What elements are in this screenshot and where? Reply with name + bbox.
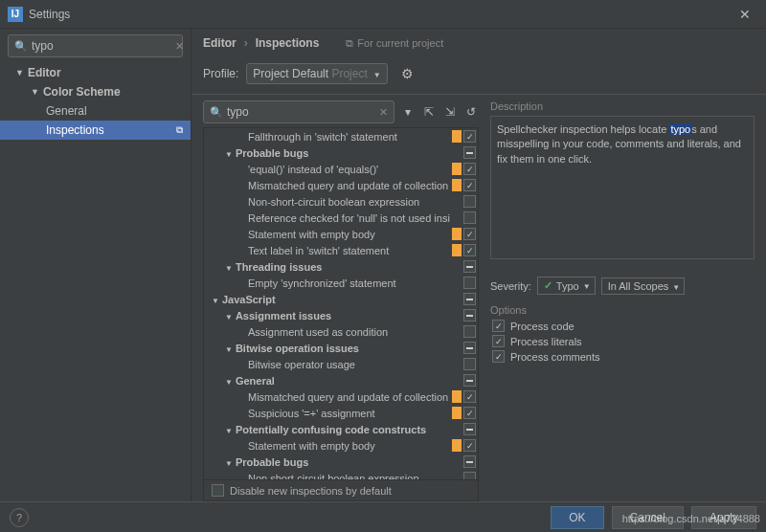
severity-indicator	[452, 179, 462, 191]
tree-row[interactable]: Suspicious '=+' assignment	[204, 405, 478, 421]
cancel-button[interactable]: Cancel	[612, 506, 684, 529]
option-row[interactable]: Process comments	[490, 350, 755, 363]
checkbox[interactable]	[463, 342, 476, 354]
sidebar-item-editor[interactable]: ▼Editor	[0, 63, 191, 82]
tree-row[interactable]: ▼Bitwise operation issues	[204, 340, 478, 356]
help-button[interactable]: ?	[10, 508, 29, 527]
severity-indicator	[452, 407, 462, 419]
check-icon: ✓	[544, 279, 552, 292]
tree-row[interactable]: ▼Probable bugs	[204, 144, 478, 161]
chevron-down-icon: ▼	[212, 297, 219, 305]
search-icon: 🔍	[210, 106, 223, 119]
tree-row[interactable]: Text label in 'switch' statement	[204, 242, 478, 258]
inspections-tree[interactable]: Fallthrough in 'switch' statement▼Probab…	[203, 127, 479, 480]
option-row[interactable]: Process code	[490, 320, 755, 332]
severity-indicator	[452, 228, 462, 240]
collapse-all-icon[interactable]: ⇲	[442, 104, 458, 120]
expand-all-icon[interactable]: ⇱	[421, 104, 437, 120]
checkbox[interactable]	[463, 407, 476, 419]
checkbox[interactable]	[463, 163, 476, 175]
checkbox[interactable]	[463, 325, 476, 338]
tree-row[interactable]: Empty 'synchronized' statement	[204, 275, 478, 291]
checkbox[interactable]	[463, 179, 476, 191]
chevron-right-icon: ›	[244, 36, 248, 50]
checkbox[interactable]	[463, 228, 476, 240]
severity-indicator	[452, 325, 462, 338]
apply-button[interactable]: Apply	[691, 506, 756, 529]
tree-row[interactable]: Assignment used as condition	[204, 323, 478, 340]
sidebar-search[interactable]: 🔍 ✕	[8, 34, 183, 57]
severity-indicator	[452, 146, 462, 159]
severity-indicator	[452, 374, 462, 387]
checkbox[interactable]	[463, 277, 476, 289]
severity-indicator	[452, 342, 462, 354]
chevron-down-icon: ▼	[225, 313, 233, 321]
tree-row[interactable]: Reference checked for 'null' is not used…	[204, 210, 478, 226]
options-header: Options	[490, 304, 755, 316]
checkbox[interactable]	[463, 358, 476, 370]
tree-row[interactable]: ▼JavaScript	[204, 291, 478, 307]
tree-row[interactable]: Bitwise operator usage	[204, 356, 478, 372]
sidebar-item-general[interactable]: General	[0, 101, 191, 121]
severity-indicator	[452, 455, 462, 468]
severity-indicator	[452, 277, 462, 289]
checkbox[interactable]	[463, 146, 476, 159]
close-icon[interactable]: ✕	[732, 3, 758, 26]
clear-search-icon[interactable]: ✕	[175, 40, 184, 53]
breadcrumb-root: Editor	[203, 36, 237, 50]
project-scope-icon: ⧉	[346, 37, 353, 50]
inspections-search-input[interactable]	[227, 105, 379, 119]
severity-indicator	[452, 423, 462, 435]
tree-row[interactable]: ▼Assignment issues	[204, 307, 478, 323]
checkbox[interactable]	[463, 374, 476, 387]
gear-icon[interactable]: ⚙	[401, 66, 414, 81]
tree-row[interactable]: ▼Probable bugs	[204, 454, 478, 470]
checkbox[interactable]	[463, 293, 476, 305]
profile-row: Profile: Project Default Project ▼ ⚙	[192, 57, 766, 94]
checkbox[interactable]	[463, 309, 476, 321]
checkbox[interactable]	[463, 423, 476, 435]
sidebar-search-input[interactable]	[32, 39, 175, 53]
clear-search-icon[interactable]: ✕	[379, 106, 388, 119]
checkbox[interactable]	[463, 130, 476, 143]
sidebar-item-color-scheme[interactable]: ▼Color Scheme	[0, 82, 191, 101]
tree-row[interactable]: Mismatched query and update of collectio…	[204, 388, 478, 405]
tree-row[interactable]: 'equal()' instead of 'equals()'	[204, 161, 478, 177]
tree-row[interactable]: ▼General	[204, 372, 478, 388]
checkbox[interactable]	[463, 455, 476, 468]
checkbox[interactable]	[492, 320, 505, 332]
tree-row[interactable]: ▼Potentially confusing code constructs	[204, 421, 478, 437]
scope-selector[interactable]: In All Scopes ▼	[601, 277, 686, 295]
ok-button[interactable]: OK	[551, 506, 603, 529]
checkbox[interactable]	[463, 390, 476, 403]
disable-new-inspections[interactable]: Disable new inspections by default	[203, 480, 479, 501]
checkbox[interactable]	[463, 439, 476, 452]
option-row[interactable]: Process literals	[490, 335, 755, 347]
tree-row[interactable]: Statement with empty body	[204, 226, 478, 242]
profile-label: Profile:	[203, 67, 238, 80]
tree-row[interactable]: Non short-circuit boolean expression	[204, 470, 478, 480]
tree-row[interactable]: Mismatched query and update of collectio…	[204, 177, 478, 193]
tree-row[interactable]: Statement with empty body	[204, 437, 478, 454]
checkbox[interactable]	[492, 350, 505, 363]
tree-row[interactable]: ▼Threading issues	[204, 258, 478, 275]
tree-row[interactable]: Fallthrough in 'switch' statement	[204, 128, 478, 144]
checkbox[interactable]	[463, 244, 476, 256]
checkbox[interactable]	[463, 472, 476, 480]
checkbox[interactable]	[463, 195, 476, 208]
chevron-down-icon: ▼	[15, 68, 24, 78]
checkbox[interactable]	[463, 260, 476, 273]
severity-indicator	[452, 358, 462, 370]
checkbox[interactable]	[463, 211, 476, 224]
checkbox[interactable]	[492, 335, 505, 347]
profile-selector[interactable]: Project Default Project ▼	[246, 63, 387, 84]
tree-row[interactable]: Non-short-circuit boolean expression	[204, 193, 478, 210]
sidebar-item-inspections[interactable]: Inspections⧉	[0, 121, 191, 140]
severity-label: Severity:	[490, 280, 531, 292]
inspections-search[interactable]: 🔍 ✕	[203, 100, 394, 123]
filter-icon[interactable]: ▾	[400, 104, 416, 120]
severity-selector[interactable]: ✓ Typo ▼	[537, 277, 596, 295]
reset-icon[interactable]: ↺	[463, 104, 479, 120]
project-badge-icon: ⧉	[176, 124, 183, 136]
checkbox[interactable]	[212, 484, 224, 497]
